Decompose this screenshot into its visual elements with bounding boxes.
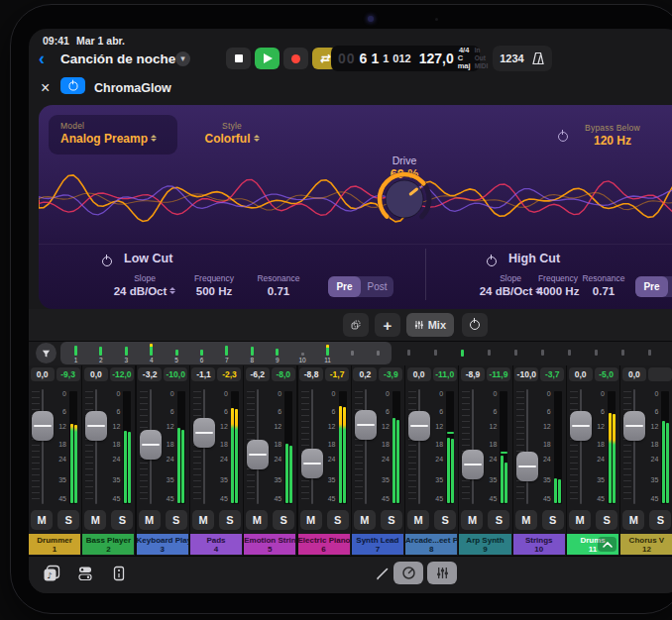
fader-handle[interactable] [355, 410, 377, 440]
mute-button[interactable]: M [354, 510, 376, 530]
fader-track[interactable] [472, 389, 474, 504]
post-button[interactable]: Post [668, 276, 672, 297]
solo-button[interactable]: S [381, 510, 402, 530]
track-name-label[interactable]: Arcade...eet Pad 8 [405, 534, 457, 555]
add-track-button[interactable]: + [375, 313, 400, 337]
low-cut-resonance[interactable]: Resonance0.71 [244, 273, 313, 297]
mute-button[interactable]: M [31, 510, 53, 530]
lcd-tempo[interactable]: 127,0 [419, 51, 454, 66]
peak-db-value[interactable]: -12,0 [110, 367, 134, 381]
fader-handle[interactable] [301, 449, 323, 478]
fader-db-value[interactable]: -8,9 [461, 367, 485, 381]
track-name-label[interactable]: Emotion Strings 5 [244, 534, 295, 555]
solo-button[interactable]: S [596, 510, 617, 530]
fader-db-value[interactable]: -1,1 [191, 367, 215, 381]
live-loops-button[interactable] [74, 563, 96, 584]
fader-track[interactable] [311, 389, 313, 504]
duplicate-button[interactable] [343, 313, 369, 337]
controls-view-button[interactable] [393, 562, 423, 584]
lcd-beat[interactable]: 1 [371, 51, 379, 66]
lcd-display[interactable]: 00 6 1 1 012 127,0 4/4 C maj In Out MIDI [331, 46, 480, 71]
peak-db-value[interactable]: -8,0 [272, 367, 295, 381]
pencil-button[interactable] [372, 563, 393, 584]
back-chevron-icon[interactable]: ‹ [39, 49, 45, 68]
low-cut-frequency[interactable]: Frequency500 Hz [179, 273, 249, 297]
fader-handle[interactable] [623, 411, 645, 441]
fader-db-value[interactable]: 0,0 [31, 367, 55, 381]
track-name-label[interactable]: Keyboard Player 3 [137, 534, 188, 555]
mixer-power-button[interactable] [462, 313, 488, 337]
track-name-label[interactable]: Pads 4 [190, 534, 242, 555]
loop-browser-button[interactable]: ♪ [41, 563, 62, 584]
song-title[interactable]: Canción de noche [60, 52, 175, 66]
mute-button[interactable]: M [569, 510, 591, 530]
solo-button[interactable]: S [166, 510, 187, 530]
track-name-label[interactable]: Arp Synth 9 [459, 534, 510, 555]
track-name-label[interactable]: Strings 10 [513, 534, 565, 555]
fader-track[interactable] [95, 389, 97, 504]
fader-handle[interactable] [462, 450, 484, 479]
metronome-icon[interactable] [531, 52, 545, 65]
stop-button[interactable] [226, 48, 251, 69]
low-cut-slope[interactable]: Slope 24 dB/Oct [110, 273, 179, 297]
fader-db-value[interactable]: 0,0 [407, 367, 431, 381]
peak-db-value[interactable]: -3,7 [540, 367, 564, 381]
post-button[interactable]: Post [361, 276, 393, 297]
mute-button[interactable]: M [622, 510, 644, 530]
fader-track[interactable] [580, 389, 582, 504]
fader-track[interactable] [526, 389, 528, 504]
fader-handle[interactable] [570, 411, 592, 441]
high-cut-power-icon[interactable] [487, 253, 497, 270]
fader-db-value[interactable]: 0,0 [84, 367, 108, 381]
solo-button[interactable]: S [434, 510, 456, 530]
drive-knob[interactable] [373, 167, 436, 231]
fader-db-value[interactable]: 0,2 [353, 367, 377, 381]
fader-track[interactable] [633, 389, 635, 504]
lcd-ticks[interactable]: 012 [392, 52, 410, 64]
play-button[interactable] [255, 48, 280, 69]
faders-view-button[interactable] [427, 562, 457, 584]
fader-db-value[interactable]: -6,2 [246, 367, 270, 381]
fader-db-value[interactable]: 0,0 [569, 367, 593, 381]
peak-db-value[interactable]: -5,0 [595, 367, 618, 381]
pre-button[interactable]: Pre [328, 276, 361, 297]
track-name-label[interactable]: Drummer 1 [29, 534, 80, 555]
lcd-bar[interactable]: 6 [360, 51, 368, 66]
mute-button[interactable]: M [300, 510, 322, 530]
fader-handle[interactable] [85, 411, 107, 441]
track-name-label[interactable]: Synth Lead 7 [352, 534, 403, 555]
overview-visible-window[interactable]: 1234567891011 [60, 342, 392, 364]
mute-button[interactable]: M [139, 510, 161, 530]
mute-button[interactable]: M [461, 510, 483, 530]
fader-db-value[interactable]: -10,0 [514, 367, 538, 381]
fader-db-value[interactable]: 0,0 [622, 367, 646, 381]
peak-db-value[interactable]: -11,9 [487, 367, 510, 381]
solo-button[interactable]: S [273, 510, 294, 530]
mute-button[interactable]: M [192, 510, 214, 530]
low-cut-power-icon[interactable] [102, 253, 112, 270]
close-icon[interactable]: × [41, 78, 50, 98]
expand-stack-button[interactable] [598, 537, 616, 552]
solo-button[interactable]: S [111, 510, 133, 530]
fader-handle[interactable] [140, 430, 162, 460]
fader-handle[interactable] [408, 411, 430, 441]
fader-handle[interactable] [193, 418, 215, 448]
level-value[interactable]: 0.0 [663, 134, 672, 148]
peak-db-value[interactable]: -9,3 [56, 367, 80, 381]
high-cut-resonance[interactable]: Resonance0.71 [569, 273, 638, 297]
solo-button[interactable]: S [327, 510, 349, 530]
title-dropdown-chevron-icon[interactable]: ▾ [175, 52, 190, 66]
mute-button[interactable]: M [515, 510, 537, 530]
model-value[interactable]: Analog Preamp [60, 132, 157, 146]
fader-handle[interactable] [32, 411, 54, 441]
mute-button[interactable]: M [246, 510, 268, 530]
peak-db-value[interactable] [648, 367, 672, 381]
solo-button[interactable]: S [57, 510, 79, 530]
filter-button[interactable] [36, 343, 56, 363]
mute-button[interactable]: M [407, 510, 429, 530]
solo-button[interactable]: S [488, 510, 509, 530]
peak-db-value[interactable]: -10,0 [164, 367, 187, 381]
track-name-label[interactable]: Electric Piano 6 [298, 534, 350, 555]
lcd-division[interactable]: 1 [383, 52, 389, 64]
fader-track[interactable] [365, 389, 367, 504]
